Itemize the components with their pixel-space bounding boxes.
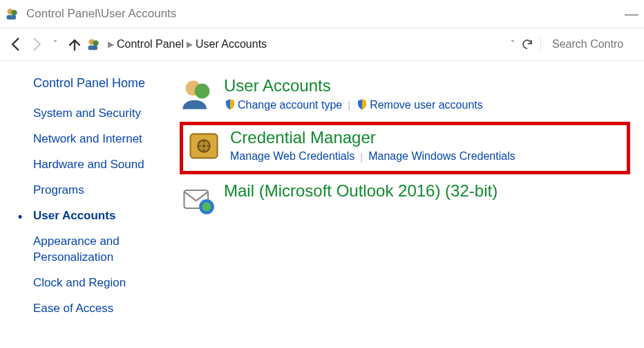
highlight-annotation: Credential Manager Manage Web Credential… xyxy=(180,122,630,174)
title-bar: Control Panel\User Accounts — xyxy=(0,0,644,28)
back-button[interactable] xyxy=(7,35,26,54)
svg-rect-5 xyxy=(88,46,97,51)
sidebar-item-system-and-security[interactable]: System and Security xyxy=(33,106,173,122)
search-input[interactable] xyxy=(551,37,637,51)
chevron-right-icon[interactable]: ▶ xyxy=(108,39,114,49)
svg-rect-2 xyxy=(7,15,16,20)
sidebar-item-appearance-and-personalization[interactable]: Appearance and Personalization xyxy=(33,234,173,266)
link-manage-web-credentials[interactable]: Manage Web Credentials xyxy=(230,150,354,163)
sidebar-item-clock-and-region[interactable]: Clock and Region xyxy=(33,275,173,291)
address-bar-icon xyxy=(87,37,101,51)
main-panel: User Accounts Change account type | Remo… xyxy=(180,76,644,326)
mail-icon xyxy=(180,181,216,217)
user-accounts-icon xyxy=(180,76,216,112)
separator: | xyxy=(348,99,350,111)
svg-point-4 xyxy=(93,40,98,46)
sidebar-item-ease-of-access[interactable]: Ease of Access xyxy=(33,301,173,317)
sidebar: Control Panel Home System and Security N… xyxy=(0,76,180,326)
svg-point-10 xyxy=(202,145,205,147)
content-area: Control Panel Home System and Security N… xyxy=(0,61,644,326)
window-controls: — xyxy=(625,6,638,22)
svg-point-1 xyxy=(11,10,17,15)
breadcrumb-user-accounts[interactable]: User Accounts xyxy=(196,38,267,51)
sidebar-item-programs[interactable]: Programs xyxy=(33,183,173,199)
separator: | xyxy=(360,151,363,163)
sidebar-item-user-accounts[interactable]: User Accounts xyxy=(33,208,173,224)
category-user-accounts: User Accounts Change account type | Remo… xyxy=(180,76,630,112)
window-title: Control Panel\User Accounts xyxy=(26,7,176,21)
link-remove-user-accounts[interactable]: Remove user accounts xyxy=(370,99,483,111)
sidebar-item-network-and-internet[interactable]: Network and Internet xyxy=(33,131,173,147)
category-credential-manager: Credential Manager Manage Web Credential… xyxy=(186,128,621,164)
category-title[interactable]: Mail (Microsoft Outlook 2016) (32-bit) xyxy=(224,181,630,201)
breadcrumb-control-panel[interactable]: Control Panel xyxy=(117,38,184,51)
link-change-account-type[interactable]: Change account type xyxy=(238,99,342,111)
shield-icon xyxy=(224,98,236,111)
category-mail: Mail (Microsoft Outlook 2016) (32-bit) xyxy=(180,181,630,217)
sidebar-item-hardware-and-sound[interactable]: Hardware and Sound xyxy=(33,157,173,173)
minimize-button[interactable]: — xyxy=(625,6,638,22)
user-accounts-icon xyxy=(6,7,19,21)
navigation-bar: ˇ ▶ Control Panel ▶ User Accounts ˇ xyxy=(0,28,644,61)
safe-icon xyxy=(186,128,222,164)
svg-point-7 xyxy=(195,84,210,99)
category-title[interactable]: Credential Manager xyxy=(230,128,621,147)
refresh-button[interactable] xyxy=(521,38,533,51)
shield-icon xyxy=(356,98,368,111)
recent-locations-button[interactable]: ˇ xyxy=(46,35,65,54)
category-title[interactable]: User Accounts xyxy=(224,76,630,95)
control-panel-home-link[interactable]: Control Panel Home xyxy=(33,76,173,91)
chevron-right-icon[interactable]: ▶ xyxy=(187,39,193,49)
forward-button[interactable] xyxy=(26,35,46,54)
up-button[interactable] xyxy=(65,35,84,54)
address-dropdown-button[interactable]: ˇ xyxy=(511,39,514,49)
link-manage-windows-credentials[interactable]: Manage Windows Credentials xyxy=(368,150,515,163)
search-box[interactable] xyxy=(540,37,637,51)
